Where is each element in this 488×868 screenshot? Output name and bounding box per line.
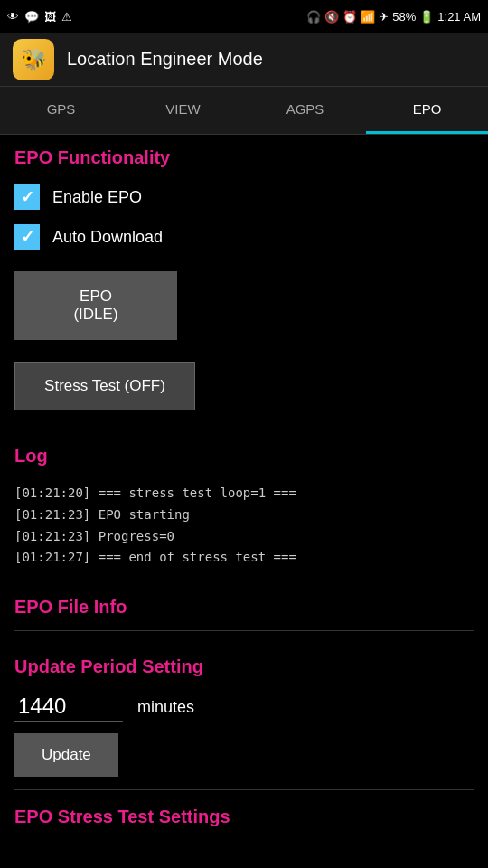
minutes-input[interactable] (14, 692, 123, 722)
divider-2 (14, 580, 474, 580)
status-icons-right: 🎧 🔇 ⏰ 📶 ✈ 58% 🔋 1:21 AM (306, 10, 481, 24)
status-bar: 👁 💬 🖼 ⚠ 🎧 🔇 ⏰ 📶 ✈ 58% 🔋 1:21 AM (0, 0, 488, 33)
enable-epo-row: Enable EPO (14, 177, 474, 217)
update-period-header: Update Period Setting (14, 644, 474, 686)
tab-gps[interactable]: GPS (0, 87, 122, 134)
auto-download-label: Auto Download (52, 228, 163, 247)
auto-download-row: Auto Download (14, 217, 474, 257)
mute-icon: 🔇 (324, 10, 339, 24)
status-icons-left: 👁 💬 🖼 ⚠ (7, 10, 72, 24)
log-section: [01:21:20] === stress test loop=1 === [0… (14, 476, 474, 576)
epo-functionality-header: EPO Functionality (14, 135, 474, 177)
log-line-2: [01:21:23] EPO starting (14, 505, 474, 526)
epo-file-info-header: EPO File Info (14, 584, 474, 627)
page-title: Location Engineer Mode (67, 49, 263, 70)
epo-idle-button[interactable]: EPO(IDLE) (14, 271, 177, 340)
airplane-icon: ✈ (379, 10, 389, 24)
tab-bar: GPS VIEW AGPS EPO (0, 87, 488, 135)
headphones-icon: 🎧 (306, 10, 321, 24)
enable-epo-checkbox[interactable] (14, 184, 40, 210)
update-period-section: Update Period Setting minutes Update (14, 635, 474, 786)
minutes-label: minutes (137, 698, 194, 717)
app-icon: 🐝 (13, 39, 54, 80)
whatsapp-icon: 💬 (24, 10, 39, 24)
divider-4 (14, 789, 474, 790)
image-icon: 🖼 (44, 10, 56, 24)
tab-view[interactable]: VIEW (122, 87, 244, 134)
minutes-row: minutes (14, 686, 474, 733)
title-bar: 🐝 Location Engineer Mode (0, 33, 488, 87)
content-area: EPO Functionality Enable EPO Auto Downlo… (0, 135, 488, 868)
epo-stress-test-header: EPO Stress Test Settings (14, 794, 474, 836)
log-header: Log (14, 433, 474, 476)
auto-download-checkbox[interactable] (14, 224, 40, 250)
divider-1 (14, 429, 474, 429)
stress-test-button[interactable]: Stress Test (OFF) (14, 362, 195, 410)
divider-3 (14, 630, 474, 631)
alarm-icon: ⏰ (343, 10, 357, 24)
enable-epo-label: Enable EPO (52, 188, 142, 207)
battery-percent: 58% (392, 10, 416, 24)
log-line-4: [01:21:27] === end of stress test === (14, 547, 474, 569)
eye-icon: 👁 (7, 10, 19, 24)
tab-epo[interactable]: EPO (366, 87, 488, 134)
wifi-icon: 📶 (361, 10, 375, 24)
tab-agps[interactable]: AGPS (244, 87, 366, 134)
battery-icon: 🔋 (419, 10, 434, 24)
update-button[interactable]: Update (14, 733, 118, 777)
warning-icon: ⚠ (61, 10, 72, 24)
log-line-3: [01:21:23] Progress=0 (14, 526, 474, 548)
log-line-1: [01:21:20] === stress test loop=1 === (14, 483, 474, 505)
clock: 1:21 AM (437, 10, 481, 24)
